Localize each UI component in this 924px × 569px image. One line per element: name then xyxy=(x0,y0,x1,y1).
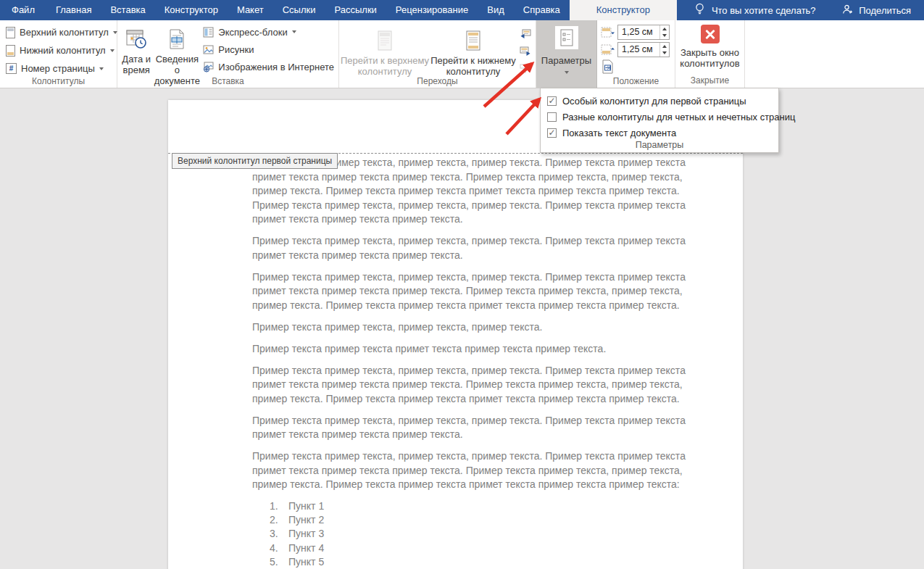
menu-item-label: Разные колонтитулы для четных и нечетных… xyxy=(562,112,795,122)
document-canvas: Верхний колонтитул первой страницы Приме… xyxy=(0,88,924,569)
lightbulb-icon xyxy=(694,3,705,17)
alignment-tab-icon xyxy=(601,59,614,74)
tab-главная[interactable]: Главная xyxy=(46,0,101,20)
menu-item-label: Показать текст документа xyxy=(562,128,676,138)
menu-item-checkbox[interactable]: ✓Показать текст документа xyxy=(541,125,778,141)
list-item-label: Пункт 1 xyxy=(288,499,324,513)
list-item[interactable]: 4.Пункт 4 xyxy=(252,541,704,555)
group-insert: Дата и время Сведения о документе xyxy=(117,20,339,88)
tab-constructor-active[interactable]: Конструктор xyxy=(570,0,677,20)
menu-item-checkbox[interactable]: Разные колонтитулы для четных и нечетных… xyxy=(541,109,778,125)
header-from-top-value[interactable]: 1,25 см xyxy=(618,25,659,39)
tab-вставка[interactable]: Вставка xyxy=(101,0,154,20)
list-item[interactable]: 1.Пункт 1 xyxy=(252,499,704,513)
previous-section-button[interactable] xyxy=(517,26,533,41)
pictures-button[interactable]: Рисунки xyxy=(200,41,337,58)
footer-from-bottom-value[interactable]: 1,25 см xyxy=(618,43,659,57)
group-label-header-footer: Колонтитулы xyxy=(0,76,117,86)
spinner-up-button[interactable] xyxy=(660,25,669,33)
date-time-button[interactable]: Дата и время xyxy=(119,23,154,75)
menu-item-label: Особый колонтитул для первой страницы xyxy=(562,96,746,107)
online-pictures-button[interactable]: Изображения в Интернете xyxy=(200,58,337,75)
go-to-footer-button[interactable]: Перейти к нижнему колонтитулу xyxy=(429,23,517,77)
first-page-header-tag: Верхний колонтитул первой страницы xyxy=(172,153,338,169)
spinner-down-button[interactable] xyxy=(660,50,669,57)
tab-конструктор[interactable]: Конструктор xyxy=(155,0,228,20)
go-to-footer-icon xyxy=(464,26,483,55)
group-header-footer: Верхний колонтитул Нижний колонтитул # Н… xyxy=(0,20,117,88)
checkbox-checked-icon[interactable]: ✓ xyxy=(547,128,557,138)
main-tabs: ФайлГлавнаяВставкаКонструкторМакетСсылки… xyxy=(0,0,570,20)
alignment-tab-button[interactable] xyxy=(601,59,673,74)
list-item-number: 2. xyxy=(270,513,288,527)
menu-item-checkbox[interactable]: ✓Особый колонтитул для первой страницы xyxy=(541,93,778,109)
chevron-down-icon xyxy=(110,49,115,52)
document-paragraph[interactable]: Пример текста пример текста, пример текс… xyxy=(252,234,704,262)
tab-рассылки[interactable]: Рассылки xyxy=(325,0,386,20)
document-paragraph[interactable]: Пример текста пример текста, пример текс… xyxy=(252,270,704,313)
quick-parts-icon xyxy=(203,27,214,38)
chevron-down-icon xyxy=(292,30,296,33)
tab-ссылки[interactable]: Ссылки xyxy=(273,0,325,20)
tab-вид[interactable]: Вид xyxy=(478,0,514,20)
group-label-navigation: Переходы xyxy=(339,76,536,86)
document-paragraph[interactable]: Пример текста пример текста, пример текс… xyxy=(252,414,704,442)
header-icon xyxy=(6,27,15,38)
spinner-up-button[interactable] xyxy=(660,43,669,50)
options-button[interactable]: Параметры xyxy=(536,20,597,88)
tab-рецензирование[interactable]: Рецензирование xyxy=(386,0,478,20)
ribbon-tab-bar: ФайлГлавнаяВставкаКонструкторМакетСсылки… xyxy=(0,0,924,20)
document-paragraph[interactable]: Пример текста пример текста, пример текс… xyxy=(252,320,704,335)
header-from-top-spinner[interactable]: 1,25 см xyxy=(617,25,670,40)
footer-from-bottom-spinner[interactable]: 1,25 см xyxy=(617,42,670,57)
options-dropdown-menu: ✓Особый колонтитул для первой страницыРа… xyxy=(540,88,779,153)
ribbon-filler xyxy=(745,20,924,88)
online-pictures-icon xyxy=(203,62,214,72)
share-person-icon xyxy=(842,4,854,17)
page-number-icon: # xyxy=(6,63,17,74)
document-paragraph[interactable]: Пример текста пример текста, пример текс… xyxy=(252,364,704,407)
document-info-icon xyxy=(167,25,186,54)
spinner-down-button[interactable] xyxy=(660,33,669,40)
tab-файл[interactable]: Файл xyxy=(0,0,46,20)
chevron-down-icon xyxy=(99,67,104,70)
options-menu-footer-label: Параметры xyxy=(541,140,778,150)
tell-me-box[interactable]: Что вы хотите сделать? xyxy=(694,0,816,20)
group-label-insert: Вставка xyxy=(117,76,338,86)
quick-parts-button[interactable]: Экспресс-блоки xyxy=(200,23,337,41)
document-page[interactable]: Верхний колонтитул первой страницы Приме… xyxy=(168,100,743,569)
page-number-button[interactable]: # Номер страницы xyxy=(1,59,115,78)
footer-button[interactable]: Нижний колонтитул xyxy=(1,41,115,59)
list-item[interactable]: 3.Пункт 3 xyxy=(252,527,704,541)
list-item-number: 3. xyxy=(270,527,288,541)
chevron-down-icon xyxy=(113,31,117,34)
options-icon xyxy=(555,26,578,49)
list-item-number: 4. xyxy=(270,541,288,555)
list-item-label: Пункт 4 xyxy=(288,541,324,555)
checkbox-unchecked-icon[interactable] xyxy=(547,112,557,122)
go-to-header-button: Перейти к верхнему колонтитулу xyxy=(341,23,429,77)
tab-макет[interactable]: Макет xyxy=(228,0,273,20)
list-item-label: Пункт 5 xyxy=(288,555,324,569)
group-position: 1,25 см 1,25 см xyxy=(597,20,675,88)
next-section-button[interactable] xyxy=(517,43,533,59)
list-item-number: 5. xyxy=(270,555,288,569)
document-body-text[interactable]: Пример текста пример текста, пример текс… xyxy=(252,156,704,569)
chevron-up-icon xyxy=(662,28,667,30)
share-button[interactable]: Поделиться xyxy=(842,0,924,20)
checkbox-checked-icon[interactable]: ✓ xyxy=(547,96,557,106)
tell-me-label: Что вы хотите сделать? xyxy=(712,5,816,16)
list-item[interactable]: 5.Пункт 5 xyxy=(252,555,704,569)
group-navigation: Перейти к верхнему колонтитулу Перейти к… xyxy=(339,20,536,88)
header-button[interactable]: Верхний колонтитул xyxy=(1,23,115,41)
share-label: Поделиться xyxy=(859,5,911,16)
next-section-icon xyxy=(520,46,531,57)
chevron-down-icon xyxy=(565,71,569,74)
tab-справка[interactable]: Справка xyxy=(514,0,570,20)
document-paragraph[interactable]: Пример текста пример текста примет текст… xyxy=(252,342,704,357)
chevron-down-icon xyxy=(662,34,667,37)
go-to-header-icon xyxy=(375,26,394,55)
close-header-footer-button[interactable]: Закрыть окно колонтитулов Закрытие xyxy=(675,20,745,88)
list-item[interactable]: 2.Пункт 2 xyxy=(252,513,704,527)
document-paragraph[interactable]: Пример текста пример текста, пример текс… xyxy=(252,449,704,492)
